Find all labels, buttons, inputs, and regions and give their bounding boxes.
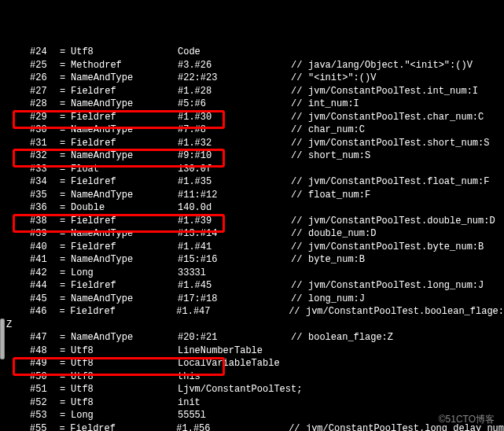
row-slashes: // <box>291 215 308 228</box>
row-comment: boolean_flage:Z <box>308 331 393 344</box>
row-lead <box>6 111 30 124</box>
row-ref: 3333l <box>178 267 291 280</box>
constant-pool-row: #31=Fieldref#1.#32//jvm/ConstantPoolTest… <box>6 137 504 150</box>
row-comment: int_num:I <box>308 98 359 111</box>
row-ref: #13:#14 <box>178 227 291 241</box>
row-slashes: // <box>291 111 308 124</box>
row-equals: = <box>60 409 71 422</box>
row-index: #31 <box>30 137 60 150</box>
row-ref: LineNumberTable <box>178 344 291 358</box>
row-comment: "<init>":()V <box>308 72 376 85</box>
row-equals: = <box>60 370 71 384</box>
scrollbar-thumb[interactable] <box>0 319 5 359</box>
row-equals: = <box>60 98 71 111</box>
row-slashes: // <box>291 123 308 137</box>
row-comment: jvm/ConstantPoolTest.float_num:F <box>308 175 489 189</box>
row-equals: = <box>60 189 71 202</box>
row-ref: #3.#26 <box>178 59 291 72</box>
row-index: #46 <box>30 305 60 319</box>
row-type: Utf8 <box>71 46 178 59</box>
row-slashes <box>291 370 308 384</box>
row-type: Fieldref <box>71 85 178 98</box>
row-index: #47 <box>30 331 60 344</box>
row-equals: = <box>60 227 71 241</box>
constant-pool-row: #26=NameAndType#22:#23//"<init>":()V <box>6 72 504 85</box>
constant-pool-row: #34=Fieldref#1.#35//jvm/ConstantPoolTest… <box>6 175 504 189</box>
row-ref: #1.#35 <box>178 175 291 189</box>
row-slashes: // <box>291 137 308 150</box>
constant-pool-row: #38=Fieldref#1.#39//jvm/ConstantPoolTest… <box>6 215 504 228</box>
row-lead <box>6 72 30 85</box>
row-type: Utf8 <box>71 357 178 370</box>
row-type: Utf8 <box>71 370 178 384</box>
row-equals: = <box>60 201 71 215</box>
row-equals: = <box>60 253 71 267</box>
constant-pool-row: #46=Fieldref#1.#47//jvm/ConstantPoolTest… <box>6 305 504 319</box>
row-equals: = <box>60 46 71 59</box>
constant-pool-row: #40=Fieldref#1.#41//jvm/ConstantPoolTest… <box>6 241 504 254</box>
constant-pool-row: #24=Utf8Code <box>6 46 504 59</box>
row-comment: jvm/ConstantPoolTest.long_num:J <box>308 279 484 293</box>
row-type: Utf8 <box>71 396 178 410</box>
row-lead <box>6 227 30 241</box>
row-equals: = <box>60 149 71 163</box>
row-lead <box>6 383 30 396</box>
constant-pool-row: #53=Long5555l <box>6 409 504 422</box>
row-ref: Code <box>178 46 291 59</box>
row-type: Fieldref <box>71 279 178 293</box>
row-comment: double_num:D <box>308 227 376 241</box>
row-slashes: // <box>291 331 308 344</box>
row-index: #41 <box>30 253 60 267</box>
row-equals: = <box>60 344 71 358</box>
row-slashes: // <box>291 85 308 98</box>
row-equals: = <box>60 137 71 150</box>
row-lead <box>6 267 30 280</box>
row-lead <box>6 98 30 111</box>
row-lead <box>6 137 30 150</box>
row-index: #42 <box>30 267 60 280</box>
row-index: #33 <box>30 163 60 176</box>
row-slashes <box>291 409 308 422</box>
constant-pool-row: #32=NameAndType#9:#10//short_num:S <box>6 149 504 163</box>
row-index: #36 <box>30 201 60 215</box>
row-equals: = <box>60 215 71 228</box>
row-equals: = <box>60 123 71 137</box>
row-lead <box>6 344 30 358</box>
row-type: NameAndType <box>71 253 178 267</box>
row-index: #50 <box>30 370 60 384</box>
constant-pool-row: #52=Utf8init <box>6 396 504 410</box>
row-slashes <box>291 267 308 280</box>
row-type: Fieldref <box>71 215 178 228</box>
row-index: #25 <box>30 59 60 72</box>
constant-pool-row: #41=NameAndType#15:#16//byte_num:B <box>6 253 504 267</box>
row-ref: Ljvm/ConstantPoolTest; <box>178 383 291 396</box>
row-equals: = <box>60 163 71 176</box>
row-comment: jvm/ConstantPoolTest.short_num:S <box>308 137 489 150</box>
row-ref: #1.#45 <box>178 279 291 293</box>
row-comment: jvm/ConstantPoolTest.double_num:D <box>308 215 495 228</box>
constant-pool-row: #25=Methodref#3.#26//java/lang/Object."<… <box>6 59 504 72</box>
row-type: Fieldref <box>71 175 178 189</box>
row-lead <box>6 279 30 293</box>
row-slashes <box>291 357 308 370</box>
row-index: #29 <box>30 111 60 124</box>
row-comment: jvm/ConstantPoolTest.long_delay_num <box>306 422 504 432</box>
row-ref: #9:#10 <box>178 149 291 163</box>
row-index: #44 <box>30 279 60 293</box>
row-equals: = <box>60 396 71 410</box>
row-slashes: // <box>291 175 308 189</box>
row-comment: char_num:C <box>308 123 365 137</box>
row-lead <box>6 189 30 202</box>
row-equals: = <box>60 241 71 254</box>
row-type: NameAndType <box>71 227 178 241</box>
row-ref: 140.0d <box>178 201 291 215</box>
constant-pool-row: #35=NameAndType#11:#12//float_num:F <box>6 189 504 202</box>
row-ref: #15:#16 <box>178 253 291 267</box>
row-index: #30 <box>30 123 60 137</box>
row-equals: = <box>60 383 71 396</box>
row-slashes: // <box>291 227 308 241</box>
row-ref: #1.#39 <box>178 215 291 228</box>
row-lead: Z <box>6 319 30 332</box>
row-slashes: // <box>291 72 308 85</box>
row-lead <box>6 293 30 306</box>
